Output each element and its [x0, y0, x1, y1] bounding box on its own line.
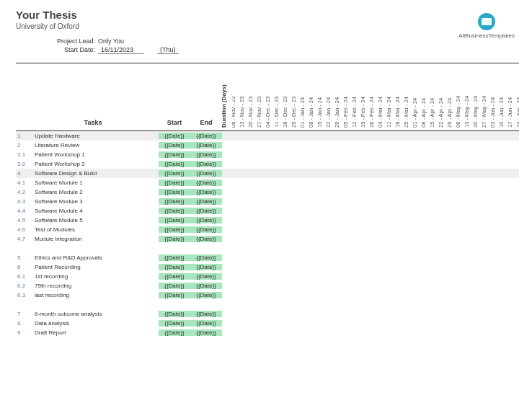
- task-start[interactable]: {{Date}}: [159, 264, 190, 270]
- task-row[interactable]: 4.6Test of Modules{{Date}}{{Date}}: [16, 225, 232, 234]
- project-lead-value: Only You: [98, 37, 124, 45]
- task-end[interactable]: {{Date}}: [190, 329, 222, 336]
- task-id: 7: [16, 311, 27, 317]
- task-start[interactable]: {{Date}}: [159, 217, 190, 223]
- task-start[interactable]: {{Date}}: [159, 292, 190, 298]
- task-start[interactable]: {{Date}}: [159, 189, 190, 195]
- task-end[interactable]: {{Date}}: [190, 133, 222, 139]
- task-id: 9: [16, 329, 27, 336]
- task-start[interactable]: {{Date}}: [159, 254, 190, 261]
- task-row[interactable]: 4.4Software Module 4{{Date}}{{Date}}: [16, 206, 232, 216]
- task-end[interactable]: {{Date}}: [190, 208, 222, 214]
- task-row[interactable]: 3.2Patient Workshop 2{{Date}}{{Date}}: [16, 159, 232, 169]
- task-id: 4.4: [16, 208, 27, 214]
- task-name: Software Module 1: [27, 179, 159, 186]
- task-row[interactable]: 2Literature Review{{Date}}{{Date}}: [16, 141, 232, 150]
- gantt-row: [232, 216, 519, 225]
- task-end[interactable]: {{Date}}: [190, 254, 222, 261]
- gantt-row: [232, 272, 519, 281]
- task-row[interactable]: 6.11st recording{{Date}}{{Date}}: [16, 272, 232, 281]
- task-name: Ethics and R&D Approvals: [27, 254, 159, 261]
- task-row[interactable]: 76-month outcome analysis{{Date}}{{Date}…: [16, 309, 232, 319]
- task-end[interactable]: {{Date}}: [190, 170, 222, 177]
- page-subtitle: University of Oxford: [16, 22, 519, 30]
- task-start[interactable]: {{Date}}: [159, 329, 190, 336]
- task-start[interactable]: {{Date}}: [159, 142, 190, 148]
- start-date-value[interactable]: 16/11/2023: [98, 46, 144, 54]
- task-id: 2: [16, 142, 27, 148]
- start-date-label: Start Date:: [46, 46, 98, 53]
- task-start[interactable]: {{Date}}: [159, 311, 190, 317]
- gantt-row: [232, 187, 519, 197]
- task-row[interactable]: 4Software Design & Build{{Date}}{{Date}}: [16, 169, 232, 178]
- task-row[interactable]: 5Ethics and R&D Approvals{{Date}}{{Date}…: [16, 253, 232, 262]
- task-name: Software Module 4: [27, 208, 159, 214]
- task-end[interactable]: {{Date}}: [190, 236, 222, 242]
- task-start[interactable]: {{Date}}: [159, 320, 190, 327]
- task-start[interactable]: {{Date}}: [159, 226, 190, 233]
- task-name: 6-month outcome analysis: [27, 311, 159, 317]
- task-row[interactable]: 6.3last recording{{Date}}{{Date}}: [16, 291, 232, 300]
- start-day: (Thu): [157, 46, 179, 54]
- gantt-row: [232, 309, 519, 319]
- task-end[interactable]: {{Date}}: [190, 226, 222, 233]
- task-row[interactable]: 4.7Module integration{{Date}}{{Date}}: [16, 234, 232, 244]
- task-end[interactable]: {{Date}}: [190, 283, 222, 289]
- task-id: 4: [16, 170, 27, 177]
- task-row[interactable]: 1Update Hardware{{Date}}{{Date}}: [16, 131, 232, 141]
- gantt-row: [232, 197, 519, 206]
- task-end[interactable]: {{Date}}: [190, 264, 222, 270]
- spacer-row: [16, 300, 232, 309]
- task-name: Software Design & Build: [27, 170, 159, 177]
- project-lead-label: Project Lead:: [46, 37, 98, 45]
- task-end[interactable]: {{Date}}: [190, 217, 222, 223]
- task-start[interactable]: {{Date}}: [159, 133, 190, 139]
- gantt-row: [232, 291, 519, 300]
- spacer-row: [16, 244, 232, 253]
- task-start[interactable]: {{Date}}: [159, 170, 190, 177]
- task-start[interactable]: {{Date}}: [159, 161, 190, 167]
- task-start[interactable]: {{Date}}: [159, 236, 190, 242]
- task-id: 3.1: [16, 151, 27, 158]
- task-start[interactable]: {{Date}}: [159, 283, 190, 289]
- task-id: 6.1: [16, 273, 27, 280]
- task-row[interactable]: 4.3Software Module 3{{Date}}{{Date}}: [16, 197, 232, 206]
- task-end[interactable]: {{Date}}: [190, 273, 222, 280]
- task-name: Test of Modules: [27, 226, 159, 233]
- task-end[interactable]: {{Date}}: [190, 151, 222, 158]
- task-name: 75th recording: [27, 283, 159, 289]
- task-end[interactable]: {{Date}}: [190, 161, 222, 167]
- task-row[interactable]: 6Patient Recording{{Date}}{{Date}}: [16, 262, 232, 272]
- task-row[interactable]: 9Draft Report{{Date}}{{Date}}: [16, 328, 232, 337]
- task-row[interactable]: 4.5Software Module 5{{Date}}{{Date}}: [16, 216, 232, 225]
- task-start[interactable]: {{Date}}: [159, 179, 190, 186]
- task-end[interactable]: {{Date}}: [190, 311, 222, 317]
- gantt-row: [232, 262, 519, 272]
- task-start[interactable]: {{Date}}: [159, 151, 190, 158]
- task-id: 4.5: [16, 217, 27, 223]
- task-id: 4.7: [16, 236, 27, 242]
- gantt-row: [232, 281, 519, 291]
- task-end[interactable]: {{Date}}: [190, 179, 222, 186]
- task-name: Module integration: [27, 236, 159, 242]
- task-end[interactable]: {{Date}}: [190, 142, 222, 148]
- task-end[interactable]: {{Date}}: [190, 198, 222, 205]
- col-end: End: [190, 119, 222, 130]
- task-start[interactable]: {{Date}}: [159, 273, 190, 280]
- task-name: last recording: [27, 292, 159, 298]
- task-end[interactable]: {{Date}}: [190, 320, 222, 327]
- task-end[interactable]: {{Date}}: [190, 189, 222, 195]
- gantt-row: [232, 178, 519, 187]
- task-id: 1: [16, 133, 27, 139]
- page-title: Your Thesis: [16, 9, 519, 21]
- task-start[interactable]: {{Date}}: [159, 198, 190, 205]
- task-row[interactable]: 3.1Patient Workshop 1{{Date}}{{Date}}: [16, 150, 232, 159]
- task-id: 3.2: [16, 161, 27, 167]
- task-row[interactable]: 6.275th recording{{Date}}{{Date}}: [16, 281, 232, 291]
- task-end[interactable]: {{Date}}: [190, 292, 222, 298]
- task-row[interactable]: 4.2Software Module 2{{Date}}{{Date}}: [16, 187, 232, 197]
- task-row[interactable]: 4.1Software Module 1{{Date}}{{Date}}: [16, 178, 232, 187]
- task-row[interactable]: 8Data analysis{{Date}}{{Date}}: [16, 319, 232, 328]
- gantt-row: [232, 319, 519, 328]
- task-start[interactable]: {{Date}}: [159, 208, 190, 214]
